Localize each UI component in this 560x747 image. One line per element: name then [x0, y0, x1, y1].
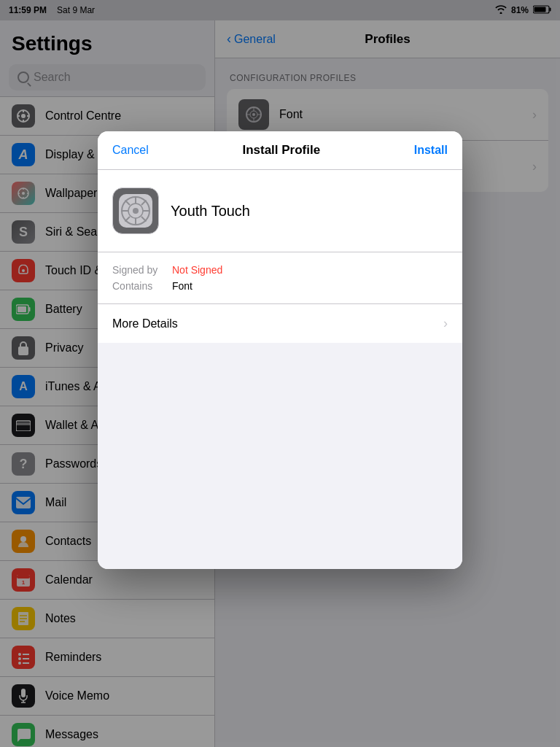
modal-overlay: Cancel Install Profile Install [0, 0, 560, 747]
modal-details: Signed by Not Signed Contains Font [98, 252, 462, 304]
signed-by-label: Signed by [112, 264, 163, 276]
signed-by-value: Not Signed [172, 264, 222, 276]
modal-profile-info: Youth Touch [98, 170, 462, 252]
install-button[interactable]: Install [414, 144, 448, 157]
contains-value: Font [172, 280, 192, 292]
signed-by-row: Signed by Not Signed [112, 264, 448, 276]
more-details-chevron: › [443, 316, 448, 331]
modal-empty-body [98, 343, 462, 569]
modal-app-icon [112, 187, 159, 234]
more-details-row[interactable]: More Details › [98, 304, 462, 343]
contains-row: Contains Font [112, 280, 448, 292]
cancel-button[interactable]: Cancel [112, 144, 149, 157]
svg-point-67 [133, 208, 139, 214]
contains-label: Contains [112, 280, 163, 292]
modal-profile-name: Youth Touch [171, 203, 250, 220]
install-profile-modal: Cancel Install Profile Install [98, 131, 462, 569]
modal-title: Install Profile [242, 143, 320, 158]
modal-header: Cancel Install Profile Install [98, 131, 462, 170]
more-details-label: More Details [112, 317, 178, 330]
